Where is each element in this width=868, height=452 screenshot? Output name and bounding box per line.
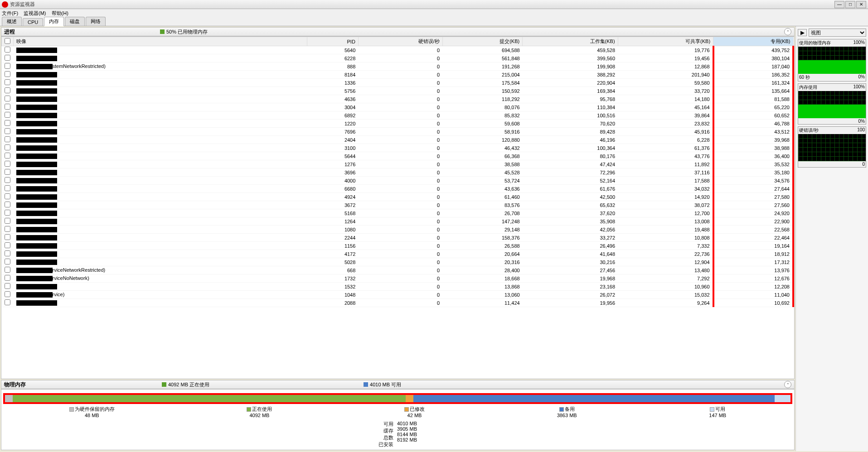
row-checkbox[interactable]	[5, 120, 10, 126]
row-checkbox[interactable]	[5, 299, 10, 305]
table-row[interactable]: 1156026,58826,4967,33219,164	[2, 242, 794, 250]
row-checkbox[interactable]	[5, 177, 10, 183]
row-checkbox[interactable]	[5, 63, 10, 69]
row-checkbox[interactable]	[5, 144, 10, 150]
process-panel-title: 进程	[4, 28, 15, 36]
physmem-summary: 可用缓存总数已安装 4010 MB3905 MB8144 MB8192 MB	[3, 421, 792, 448]
table-row[interactable]: 56400694,588459,52819,776439,752	[2, 46, 794, 54]
col-header[interactable]: 工作集(KB)	[523, 37, 618, 46]
table-row[interactable]: 1080029,14842,05619,48822,568	[2, 226, 794, 234]
menu-help[interactable]: 帮助(H)	[52, 10, 68, 17]
menubar: 文件(F) 监视器(M) 帮助(H)	[0, 9, 868, 17]
col-header[interactable]: 映像	[14, 37, 307, 46]
row-checkbox[interactable]	[5, 283, 10, 289]
row-checkbox[interactable]	[5, 104, 10, 110]
row-checkbox[interactable]	[5, 161, 10, 167]
table-row[interactable]: 24040120,88046,1966,22839,968	[2, 136, 794, 144]
menu-monitor[interactable]: 监视器(M)	[24, 10, 46, 17]
select-all-checkbox[interactable]	[5, 38, 10, 44]
col-header[interactable]: 专用(KB)	[713, 37, 793, 46]
table-row[interactable]: 5168026,70837,62012,70024,920	[2, 209, 794, 217]
table-row[interactable]: 3696045,52872,29637,11635,180	[2, 168, 794, 177]
table-row[interactable]: 6892085,832100,51639,86460,652	[2, 111, 794, 120]
row-checkbox[interactable]	[5, 275, 10, 281]
table-row[interactable]: 1220059,60870,62023,83246,788	[2, 120, 794, 128]
physmem-panel-header[interactable]: 物理内存 4092 MB 正在使用 4010 MB 可用 ⌃	[1, 380, 795, 389]
row-checkbox[interactable]	[5, 218, 10, 224]
row-checkbox[interactable]	[5, 169, 10, 175]
tab-网络[interactable]: 网络	[86, 17, 106, 26]
table-row[interactable]: 22440158,37633,27210,80822,464	[2, 234, 794, 242]
tab-内存[interactable]: 内存	[44, 17, 64, 26]
col-header[interactable]: PID	[307, 37, 358, 46]
physmem-segment	[406, 395, 413, 402]
table-row[interactable]: 4000053,72452,16417,58834,576	[2, 177, 794, 185]
collapse-icon[interactable]: ⌃	[784, 28, 791, 35]
close-button[interactable]: ✕	[856, 1, 866, 8]
collapse-icon[interactable]: ⌃	[784, 381, 791, 388]
maximize-button[interactable]: □	[845, 1, 855, 8]
tab-CPU[interactable]: CPU	[23, 18, 43, 26]
back-arrow-icon[interactable]: ▶	[798, 29, 807, 36]
table-row[interactable]: rviceNoNetwork)1732018,66819,9687,29212,…	[2, 274, 794, 283]
table-row[interactable]: 4172020,66441,64822,73618,912	[2, 250, 794, 258]
row-checkbox[interactable]	[5, 87, 10, 93]
minimize-button[interactable]: —	[834, 1, 844, 8]
table-row[interactable]: 7696058,91689,42845,91643,512	[2, 128, 794, 136]
row-checkbox[interactable]	[5, 267, 10, 273]
row-checkbox[interactable]	[5, 136, 10, 142]
table-row[interactable]: 62280561,848399,56019,456380,104	[2, 54, 794, 63]
row-checkbox[interactable]	[5, 234, 10, 240]
col-header[interactable]: 提交(KB)	[442, 37, 522, 46]
row-checkbox[interactable]	[5, 202, 10, 207]
row-checkbox[interactable]	[5, 71, 10, 77]
menu-file[interactable]: 文件(F)	[2, 10, 18, 17]
table-row[interactable]: 12640147,24835,90813,00822,900	[2, 217, 794, 226]
row-checkbox[interactable]	[5, 96, 10, 101]
table-row[interactable]: 3100046,432100,36461,37638,988	[2, 144, 794, 152]
table-row[interactable]: 3672083,57665,63238,07227,560	[2, 201, 794, 209]
tab-概述[interactable]: 概述	[2, 17, 22, 26]
legend-item: 已修改42 MB	[404, 406, 425, 418]
table-row[interactable]: 2088011,42419,9569,26410,692	[2, 299, 794, 307]
row-checkbox[interactable]	[5, 242, 10, 248]
row-checkbox[interactable]	[5, 291, 10, 297]
row-checkbox[interactable]	[5, 226, 10, 232]
table-row[interactable]: 5028020,31630,21612,90417,312	[2, 258, 794, 266]
process-panel-header[interactable]: 进程 50% 已用物理内存 ⌃	[1, 27, 795, 36]
row-checkbox[interactable]	[5, 259, 10, 264]
row-checkbox[interactable]	[5, 193, 10, 199]
table-row[interactable]: rvice)1048013,06026,07215,03211,040	[2, 291, 794, 299]
legend-item: 备用3863 MB	[557, 406, 577, 418]
row-checkbox[interactable]	[5, 79, 10, 85]
tabs: 概述CPU内存磁盘网络	[0, 17, 868, 26]
table-row[interactable]: 6680043,63661,67634,03227,644	[2, 185, 794, 193]
table-row[interactable]: 81840215,004388,292201,940186,352	[2, 71, 794, 79]
col-header[interactable]: 可共享(KB)	[618, 37, 713, 46]
process-table-panel[interactable]: 映像PID硬错误/秒提交(KB)工作集(KB)可共享(KB)专用(KB) 564…	[1, 36, 795, 379]
table-row[interactable]: 3004080,076110,38445,16465,220	[2, 103, 794, 111]
row-checkbox[interactable]	[5, 47, 10, 53]
legend-item: 正在使用4092 MB	[247, 406, 272, 418]
table-row[interactable]: 57560150,592169,38433,720135,664	[2, 87, 794, 95]
view-select[interactable]: 视图	[809, 29, 866, 37]
row-checkbox[interactable]	[5, 210, 10, 216]
table-row[interactable]: 4924061,46042,50014,92027,580	[2, 193, 794, 201]
stat-dot-icon	[364, 382, 368, 387]
row-checkbox[interactable]	[5, 55, 10, 61]
table-row[interactable]: rviceNetworkRestricted)668028,40027,4561…	[2, 266, 794, 274]
table-row[interactable]: 1532013,86823,16810,96012,208	[2, 283, 794, 291]
row-checkbox[interactable]	[5, 185, 10, 191]
row-checkbox[interactable]	[5, 250, 10, 256]
row-checkbox[interactable]	[5, 112, 10, 118]
table-row[interactable]: 5644066,36880,17643,77636,400	[2, 152, 794, 160]
tab-磁盘[interactable]: 磁盘	[65, 17, 85, 26]
table-row[interactable]: stemNetworkRestricted)8880191,268199,908…	[2, 63, 794, 71]
table-row[interactable]: 46360118,29295,76814,18081,588	[2, 95, 794, 103]
table-row[interactable]: 1276038,58847,42411,89235,532	[2, 160, 794, 168]
row-checkbox[interactable]	[5, 128, 10, 134]
table-row[interactable]: 13360175,584220,90459,580161,324	[2, 79, 794, 87]
col-header[interactable]: 硬错误/秒	[358, 37, 442, 46]
row-checkbox[interactable]	[5, 153, 10, 159]
app-icon	[2, 1, 8, 8]
